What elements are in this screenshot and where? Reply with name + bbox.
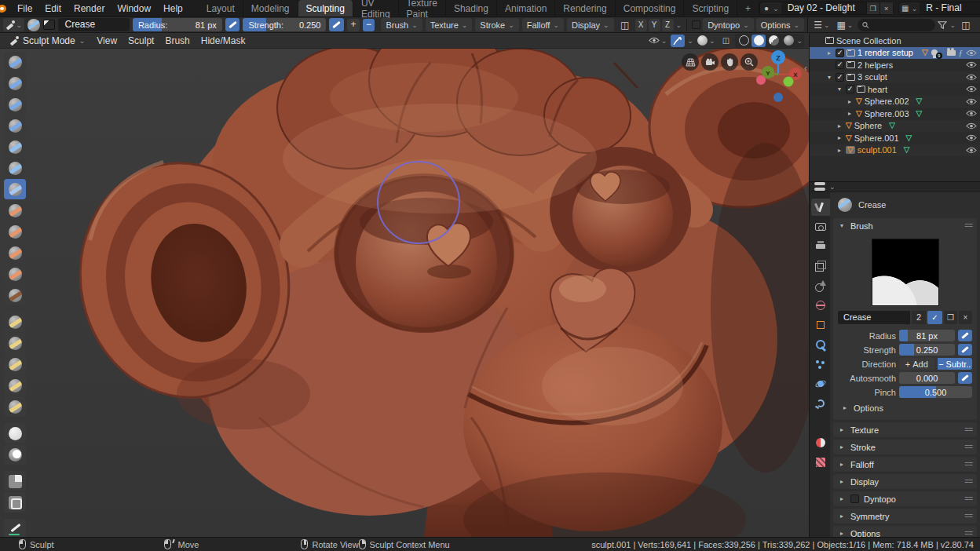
- display-mode-dropdown[interactable]: ▦⌄: [834, 18, 855, 31]
- properties-tab[interactable]: [811, 414, 830, 432]
- properties-tab[interactable]: [811, 199, 830, 216]
- viewport-3d[interactable]: Sculpt Mode ⌄ ViewSculptBrushHide/Mask ⌄…: [0, 33, 809, 537]
- show-gizmo-toggle[interactable]: [671, 35, 685, 47]
- outliner-row[interactable]: ▸ ▽ sculpt.001 ▽ ▽ 9 ƒ: [810, 144, 980, 157]
- sculpt-tool-button[interactable]: [4, 444, 26, 465]
- panel-header[interactable]: ▸ Symmetry ==: [833, 509, 977, 524]
- active-brush-icon[interactable]: [27, 19, 40, 31]
- visibility-toggle[interactable]: [966, 98, 977, 105]
- viewport-menu-item[interactable]: Sculpt: [122, 35, 159, 46]
- brush-preview-image[interactable]: [872, 239, 939, 306]
- properties-editor-icon[interactable]: [814, 182, 827, 192]
- outliner-row[interactable]: ▾ ▽ 3 sculpt ▽ ▽ 9 ƒ: [810, 71, 980, 84]
- tool-dropdown[interactable]: Stroke⌄: [475, 18, 518, 31]
- outliner-item-label[interactable]: Sphere.001: [854, 133, 899, 143]
- workspace-tab[interactable]: Layout: [199, 0, 243, 16]
- strength-slider[interactable]: Strength: 0.250: [243, 18, 326, 31]
- new-collection-button[interactable]: ◫: [958, 18, 974, 31]
- fake-user-toggle[interactable]: ✓: [927, 311, 942, 324]
- panel-checkbox[interactable]: [850, 494, 859, 503]
- property-slider[interactable]: 0.000: [899, 372, 955, 384]
- gizmo-z-negative[interactable]: [773, 93, 783, 102]
- workspace-tab[interactable]: Sculpting: [298, 0, 353, 16]
- expander-icon[interactable]: ▸: [836, 147, 843, 154]
- outliner-row[interactable]: ▸ ▽ Sphere.003 ▽ ▽ 9 ƒ: [810, 108, 980, 120]
- collection-checkbox[interactable]: [836, 73, 844, 82]
- strength-pressure-toggle[interactable]: [329, 18, 344, 31]
- shading-solid-button[interactable]: [751, 35, 766, 47]
- mode-selector[interactable]: Sculpt Mode ⌄: [5, 35, 90, 46]
- pan-view-button[interactable]: [721, 53, 738, 71]
- collection-checkbox[interactable]: [836, 60, 844, 69]
- outliner-row[interactable]: ▸ ▽ Sphere.002 ▽ ▽ 9 ƒ: [810, 96, 980, 108]
- scene-delete-button[interactable]: ×: [879, 2, 893, 14]
- workspace-tab[interactable]: Rendering: [555, 0, 615, 16]
- outliner-item-label[interactable]: Sphere: [854, 121, 882, 130]
- sculpt-tool-button[interactable]: [4, 115, 26, 136]
- panel-header[interactable]: ▸ Falloff ==: [833, 457, 977, 472]
- xray-toggle[interactable]: ◫: [719, 35, 733, 47]
- sculpture-canvas[interactable]: [0, 49, 809, 537]
- gizmo-y-negative[interactable]: [784, 77, 794, 87]
- sculpt-tool-button[interactable]: [4, 333, 26, 353]
- outliner-item-label[interactable]: Sphere.003: [865, 109, 909, 119]
- properties-tab[interactable]: [811, 257, 830, 275]
- panel-header[interactable]: ▸ Options ==: [833, 526, 977, 537]
- sidebar-collapse-arrow[interactable]: ‹: [804, 63, 807, 74]
- sculpt-tool-button[interactable]: [4, 158, 26, 178]
- tool-dropdown[interactable]: Falloff⌄: [522, 18, 564, 31]
- gizmo-x-negative[interactable]: [756, 75, 766, 85]
- outliner-item-label[interactable]: heart: [868, 85, 887, 94]
- dyntopo-dropdown[interactable]: Dyntopo⌄: [703, 18, 754, 31]
- camera-view-button[interactable]: [701, 53, 719, 71]
- brush-name-input[interactable]: Crease: [838, 311, 910, 324]
- brush-texture-icon[interactable]: [43, 20, 56, 30]
- sculpt-tool-button[interactable]: [4, 519, 26, 537]
- properties-tab[interactable]: [811, 454, 830, 471]
- property-slider[interactable]: 0.250: [899, 344, 955, 356]
- chevron-down-icon[interactable]: ⌄: [796, 37, 803, 45]
- visibility-toggle[interactable]: [966, 86, 977, 93]
- properties-tab[interactable]: [811, 356, 830, 373]
- scene-copy-button[interactable]: ❐: [866, 2, 879, 14]
- scene-name[interactable]: Day 02 - Delight: [781, 2, 866, 14]
- properties-tab[interactable]: [811, 218, 830, 235]
- tool-dropdown[interactable]: Display⌄: [567, 18, 614, 31]
- viewport-menu-item[interactable]: Hide/Mask: [196, 35, 251, 46]
- workspace-tab[interactable]: Shading: [446, 0, 497, 16]
- expander-icon[interactable]: ▸: [846, 110, 854, 117]
- properties-tab[interactable]: [811, 434, 830, 451]
- menu-item[interactable]: Render: [68, 3, 111, 14]
- pressure-toggle[interactable]: [958, 344, 972, 356]
- sculpt-tool-button[interactable]: [4, 94, 26, 115]
- radius-slider[interactable]: Radius: 81 px: [133, 18, 222, 31]
- property-slider[interactable]: 0.500: [899, 386, 972, 398]
- brush-panel-header[interactable]: ▾ Brush ==: [833, 218, 977, 233]
- dyntopo-checkbox[interactable]: [692, 20, 700, 29]
- workspace-tab[interactable]: UV Editing: [353, 0, 399, 16]
- workspace-tab[interactable]: Texture Paint: [399, 0, 446, 16]
- direction-subtract-button[interactable]: − Subtr..: [938, 358, 973, 370]
- collection-checkbox[interactable]: [836, 49, 844, 57]
- editor-type-dropdown[interactable]: ☰⌄: [811, 18, 832, 31]
- expander-icon[interactable]: ▸: [836, 134, 843, 141]
- direction-add-button[interactable]: + Add: [899, 358, 934, 370]
- outliner-item-label[interactable]: sculpt.001: [858, 145, 897, 155]
- viewport-menu-item[interactable]: Brush: [159, 35, 195, 46]
- sculpt-tool-button[interactable]: [4, 354, 26, 374]
- sculpt-tool-button[interactable]: [4, 285, 26, 305]
- panel-header[interactable]: ▸ Dyntopo ==: [833, 491, 977, 506]
- sculpt-tool-button[interactable]: [4, 375, 26, 396]
- outliner-item-label[interactable]: Sphere.002: [865, 97, 909, 106]
- outliner-row[interactable]: ▸ ▽ Sphere ▽ ▽ 9 ƒ: [810, 120, 980, 133]
- sculpt-tool-button[interactable]: [4, 137, 26, 157]
- properties-tab[interactable]: [811, 375, 830, 392]
- outliner-item-label[interactable]: 3 sculpt: [858, 72, 887, 82]
- menu-item[interactable]: Help: [157, 3, 189, 14]
- sculpt-tool-button[interactable]: [4, 73, 26, 93]
- outliner-row[interactable]: ▽ 2 helpers ▽ ▽ 9 ƒ: [810, 59, 980, 71]
- brush-name-field[interactable]: Crease: [58, 18, 129, 31]
- sculpt-tool-button[interactable]: [4, 200, 26, 221]
- sculpt-tool-button[interactable]: [4, 492, 26, 513]
- outliner-row[interactable]: ▽ Scene Collection ▽ ▽ 9 ƒ: [810, 35, 980, 47]
